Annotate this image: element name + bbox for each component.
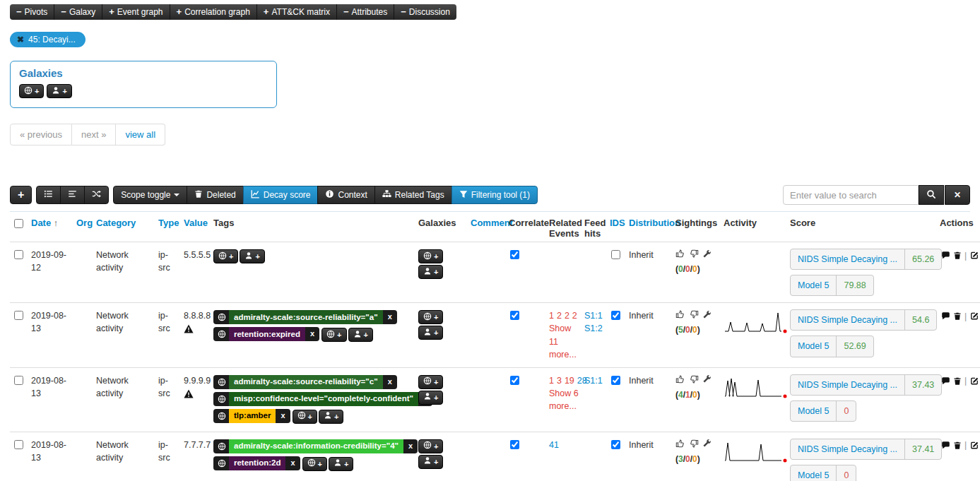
column-header-distribution[interactable]: Distribution	[626, 212, 673, 242]
add-false-positive-icon[interactable]	[689, 439, 699, 449]
clear-search-button[interactable]: ✕	[945, 185, 970, 205]
pivot-pill[interactable]: ✖ 45: Decayi...	[10, 32, 85, 47]
correlate-checkbox[interactable]	[510, 311, 519, 320]
edit-icon[interactable]	[969, 376, 979, 386]
delete-sighting-icon[interactable]	[953, 311, 962, 321]
correlate-checkbox[interactable]	[510, 250, 519, 259]
close-icon[interactable]: ✖	[17, 35, 24, 44]
previous-page-button[interactable]: « previous	[10, 124, 72, 146]
add-galaxy-button[interactable]: +	[418, 439, 443, 453]
add-local-galaxy-button[interactable]: +	[47, 84, 71, 98]
related-event-link[interactable]: 19	[565, 376, 574, 386]
advanced-sightings-icon[interactable]	[702, 249, 712, 259]
remove-tag-icon[interactable]: x	[276, 410, 290, 422]
attribute-tag[interactable]: retention:2dx	[213, 456, 300, 470]
decay-model-name[interactable]: Model 5	[791, 336, 837, 356]
column-header-value[interactable]: Value	[181, 212, 211, 242]
decay-model-name[interactable]: NIDS Simple Decaying ...	[791, 249, 905, 269]
show-more-link[interactable]: Show 11 more...	[549, 322, 579, 360]
nav-toggle-att-ck-matrix[interactable]: +ATT&CK matrix	[257, 4, 337, 20]
show-more-link[interactable]: Show 6 more...	[549, 387, 579, 412]
add-galaxy-button[interactable]: +	[19, 84, 44, 98]
column-header-type[interactable]: Type	[155, 212, 181, 242]
proposal-view-button[interactable]	[60, 186, 85, 204]
row-select-checkbox[interactable]	[14, 440, 23, 449]
filtering-tool-button[interactable]: Filtering tool (1)	[451, 186, 538, 204]
related-event-link[interactable]: 3	[557, 376, 562, 386]
comment-icon[interactable]	[941, 251, 950, 260]
scope-toggle-button[interactable]: Scope toggle	[113, 186, 187, 204]
remove-tag-icon[interactable]: x	[285, 458, 300, 469]
add-false-positive-icon[interactable]	[689, 249, 699, 259]
decay-model-name[interactable]: Model 5	[791, 465, 837, 481]
add-sighting-icon[interactable]	[675, 439, 685, 449]
row-select-checkbox[interactable]	[14, 311, 23, 320]
remove-tag-icon[interactable]: x	[403, 441, 418, 452]
add-local-tag-button[interactable]: +	[319, 410, 343, 424]
nav-toggle-correlation-graph[interactable]: +Correlation graph	[170, 4, 257, 20]
decay-model-name[interactable]: Model 5	[791, 401, 837, 421]
ids-checkbox[interactable]	[611, 440, 620, 449]
decay-model-name[interactable]: NIDS Simple Decaying ...	[791, 310, 905, 330]
feed-hit-link[interactable]: S1:1	[584, 374, 604, 387]
remove-tag-icon[interactable]: x	[383, 376, 397, 388]
related-event-link[interactable]: 1	[549, 376, 554, 386]
context-button[interactable]: Context	[317, 186, 374, 204]
add-sighting-icon[interactable]	[675, 374, 685, 384]
related-event-link[interactable]: 1	[549, 311, 554, 321]
attribute-tag[interactable]: tlp:amberx	[213, 409, 290, 423]
advanced-sightings-icon[interactable]	[702, 374, 712, 384]
attribute-tag[interactable]: admiralty-scale:source-reliability="a"x	[213, 310, 397, 324]
remove-tag-icon[interactable]: x	[305, 328, 319, 340]
row-select-checkbox[interactable]	[14, 376, 23, 385]
add-false-positive-icon[interactable]	[689, 309, 699, 319]
nav-toggle-event-graph[interactable]: +Event graph	[102, 4, 170, 20]
add-local-tag-button[interactable]: +	[240, 249, 264, 263]
related-event-link[interactable]: 2	[565, 311, 569, 321]
add-attribute-button[interactable]: +	[10, 186, 32, 204]
column-header-category[interactable]: Category	[93, 212, 155, 242]
add-galaxy-button[interactable]: +	[418, 310, 443, 324]
add-galaxy-button[interactable]: +	[418, 249, 443, 263]
column-header-org[interactable]: Org	[73, 212, 93, 242]
correlate-checkbox[interactable]	[510, 440, 519, 449]
edit-icon[interactable]	[969, 441, 979, 450]
comment-icon[interactable]	[941, 376, 950, 386]
add-local-tag-button[interactable]: +	[348, 328, 373, 342]
add-local-galaxy-button[interactable]: +	[418, 265, 443, 279]
nav-toggle-galaxy[interactable]: −Galaxy	[54, 4, 102, 20]
add-local-galaxy-button[interactable]: +	[418, 455, 443, 469]
column-header-comment[interactable]: Comment	[468, 212, 506, 242]
edit-icon[interactable]	[969, 311, 979, 321]
list-view-button[interactable]	[36, 186, 61, 204]
column-header-date[interactable]: Date ↑	[28, 212, 73, 242]
feed-hit-link[interactable]: S1:2	[584, 322, 604, 335]
add-tag-button[interactable]: +	[321, 328, 346, 342]
add-local-tag-button[interactable]: +	[329, 457, 353, 471]
decay-score-button[interactable]: Decay score	[243, 186, 319, 204]
select-all-checkbox[interactable]	[14, 219, 23, 228]
nav-toggle-attributes[interactable]: −Attributes	[337, 4, 394, 20]
nav-toggle-pivots[interactable]: −Pivots	[10, 4, 54, 20]
ids-checkbox[interactable]	[611, 311, 620, 320]
correlate-checkbox[interactable]	[510, 376, 519, 385]
attribute-tag[interactable]: retention:expiredx	[213, 327, 319, 341]
ids-checkbox[interactable]	[611, 376, 620, 385]
delete-sighting-icon[interactable]	[953, 251, 962, 260]
shuffle-view-button[interactable]	[84, 186, 109, 204]
decay-model-name[interactable]: NIDS Simple Decaying ...	[791, 375, 905, 395]
edit-icon[interactable]	[969, 251, 979, 260]
add-tag-button[interactable]: +	[302, 457, 327, 471]
related-event-link[interactable]: 2	[572, 311, 577, 321]
add-false-positive-icon[interactable]	[689, 374, 699, 384]
decay-model-name[interactable]: Model 5	[791, 275, 837, 295]
comment-icon[interactable]	[941, 441, 950, 450]
advanced-sightings-icon[interactable]	[702, 439, 712, 448]
related-event-link[interactable]: 41	[549, 440, 559, 450]
deleted-button[interactable]: Deleted	[187, 186, 243, 204]
attribute-tag[interactable]: misp:confidence-level="completely-confid…	[213, 392, 432, 406]
add-galaxy-button[interactable]: +	[418, 375, 443, 389]
add-local-galaxy-button[interactable]: +	[418, 391, 443, 405]
decay-model-name[interactable]: NIDS Simple Decaying ...	[791, 439, 905, 459]
view-all-button[interactable]: view all	[116, 124, 165, 146]
